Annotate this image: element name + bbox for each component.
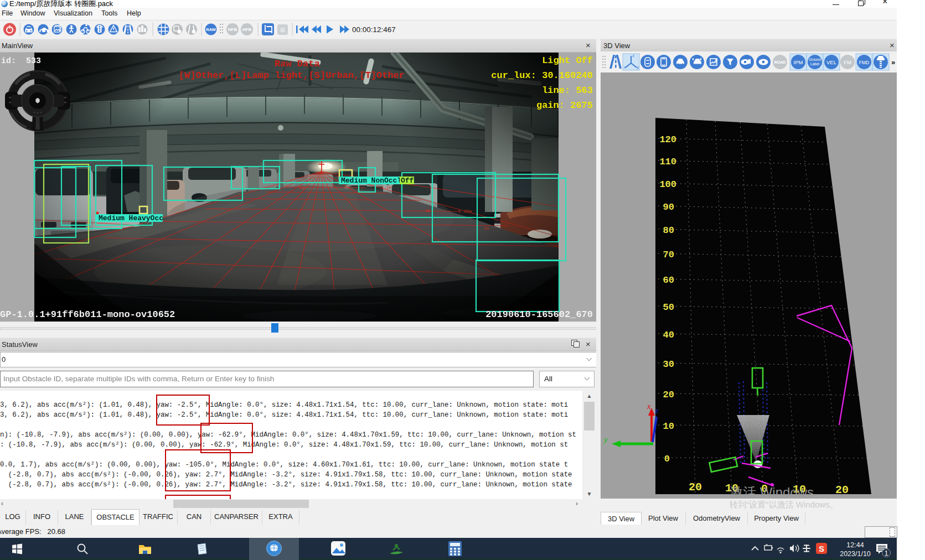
svg-text:z: z bbox=[632, 53, 634, 58]
svg-text:z: z bbox=[654, 406, 658, 415]
svg-text:line: 563: line: 563 bbox=[542, 85, 593, 96]
svg-text:RAW: RAW bbox=[206, 27, 216, 32]
svg-text:Raw Data: Raw Data bbox=[275, 59, 320, 69]
svg-text:Ground: Ground bbox=[809, 58, 821, 61]
svg-text:y: y bbox=[603, 435, 608, 444]
svg-text:2023/1/10: 2023/1/10 bbox=[840, 550, 871, 558]
svg-text:60: 60 bbox=[663, 275, 674, 286]
svg-text:0: 0 bbox=[664, 454, 670, 464]
svg-text:☒: ☒ bbox=[280, 27, 285, 33]
svg-text:20: 20 bbox=[689, 481, 702, 494]
svg-text:VEL: VEL bbox=[826, 59, 836, 65]
svg-text:IPM: IPM bbox=[794, 59, 803, 65]
svg-text:GP-1.0.1+91ff6b011-mono-ov1065: GP-1.0.1+91ff6b011-mono-ov10652 bbox=[0, 309, 175, 320]
svg-text:Medium NonOccl: Medium NonOccl bbox=[341, 177, 401, 185]
svg-text:50: 50 bbox=[663, 302, 674, 313]
svg-text:FMD: FMD bbox=[859, 60, 869, 65]
svg-text:激活 Windows: 激活 Windows bbox=[730, 485, 814, 499]
svg-text:x: x bbox=[624, 65, 626, 70]
svg-text:Label: Label bbox=[810, 62, 819, 66]
svg-text:Off: Off bbox=[401, 177, 414, 185]
svg-text:»: » bbox=[891, 58, 895, 66]
svg-text:id: 533: id: 533 bbox=[1, 56, 41, 66]
svg-text:20: 20 bbox=[663, 390, 674, 400]
svg-text:NFB: NFB bbox=[228, 27, 237, 32]
svg-text:y: y bbox=[637, 65, 639, 70]
svg-text:12:44: 12:44 bbox=[846, 541, 864, 549]
svg-text:70: 70 bbox=[663, 250, 674, 260]
svg-text:30: 30 bbox=[663, 359, 674, 370]
svg-text:20190610-165602_670: 20190610-165602_670 bbox=[485, 309, 593, 320]
svg-text:ROAD: ROAD bbox=[774, 60, 786, 64]
svg-text:[W]Other,[L]Lamp light,[S]Urba: [W]Other,[L]Lamp light,[S]Urban,[T]Other bbox=[179, 70, 405, 81]
svg-text:10: 10 bbox=[663, 421, 674, 432]
svg-text:S: S bbox=[819, 544, 824, 553]
svg-text:FM: FM bbox=[844, 59, 851, 65]
svg-text:x: x bbox=[647, 402, 651, 411]
svg-text:gain: 2675: gain: 2675 bbox=[536, 100, 593, 111]
svg-text:cur_lux: 30.160240: cur_lux: 30.160240 bbox=[491, 70, 593, 81]
svg-text:Light Off: Light Off bbox=[542, 55, 593, 66]
svg-text:80: 80 bbox=[663, 225, 674, 236]
svg-text:1: 1 bbox=[885, 549, 888, 557]
svg-text:HFB: HFB bbox=[242, 27, 252, 32]
svg-text:Medium HeavyOcc: Medium HeavyOcc bbox=[99, 214, 163, 222]
svg-text:110: 110 bbox=[659, 157, 676, 167]
svg-text:40: 40 bbox=[663, 330, 674, 340]
svg-text:90: 90 bbox=[663, 202, 674, 212]
svg-text:20: 20 bbox=[835, 484, 849, 496]
svg-text:100: 100 bbox=[659, 179, 676, 190]
svg-text:120: 120 bbox=[659, 134, 676, 145]
